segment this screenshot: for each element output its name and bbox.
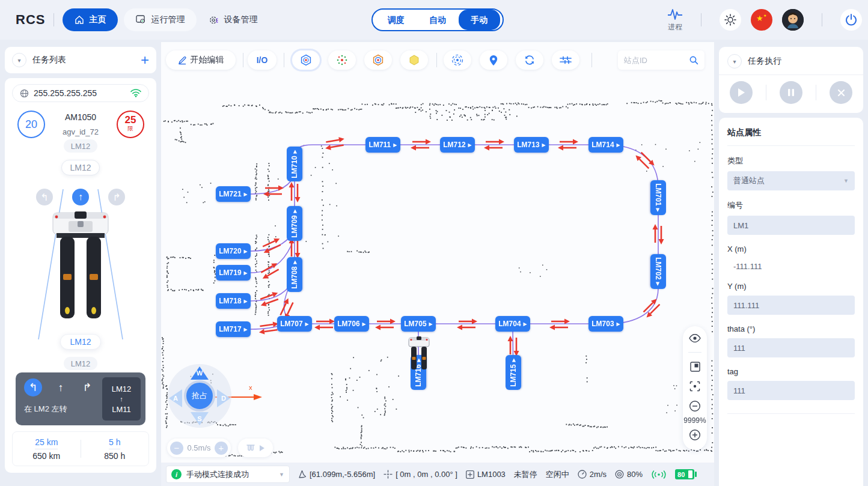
- hexagon-target-icon: [300, 54, 312, 66]
- speed-decrease-button[interactable]: −: [170, 442, 183, 455]
- station-LM713[interactable]: LM713▶: [514, 137, 549, 153]
- station-direction-icon: ▶: [656, 208, 661, 212]
- joystick-down-key[interactable]: S: [191, 412, 209, 425]
- station-LM701[interactable]: LM701▶: [650, 180, 666, 215]
- station-LM702[interactable]: LM702▶: [650, 254, 666, 289]
- station-LM717[interactable]: LM717▶: [216, 321, 251, 337]
- station-LM704[interactable]: LM704▶: [495, 316, 530, 332]
- station-LM714[interactable]: LM714▶: [588, 137, 623, 153]
- station-LM720[interactable]: LM720▶: [216, 243, 251, 259]
- waveform-icon: [667, 7, 683, 22]
- nav-home[interactable]: 主页: [63, 8, 118, 31]
- battery-value: 80: [677, 471, 685, 478]
- layer-pointcloud-button[interactable]: [328, 50, 356, 70]
- flag-icon: ★: [756, 14, 763, 23]
- speed-increase-button[interactable]: +: [215, 442, 228, 455]
- zoom-in-button[interactable]: [689, 429, 701, 441]
- nav-turn-right-icon[interactable]: ↱: [78, 378, 96, 396]
- user-avatar[interactable]: [782, 9, 804, 31]
- station-direction-icon: ▶: [244, 270, 248, 276]
- station-LM712[interactable]: LM712▶: [440, 137, 475, 153]
- fork-action-control[interactable]: [238, 439, 273, 457]
- station-LM709[interactable]: LM709▶: [287, 206, 302, 241]
- process-button[interactable]: 进程: [667, 7, 683, 32]
- search-icon[interactable]: [689, 55, 698, 65]
- language-flag-button[interactable]: ★★: [751, 9, 772, 31]
- station-LM708[interactable]: LM708▶: [287, 257, 302, 292]
- field-type-value: 普通站点: [733, 175, 765, 186]
- station-LM711[interactable]: LM711▶: [365, 137, 400, 153]
- current-station-value: LM1003: [477, 470, 506, 479]
- station-search-input[interactable]: [624, 56, 689, 65]
- seize-control-button[interactable]: 抢占: [184, 380, 215, 412]
- theme-button[interactable]: [720, 9, 741, 31]
- io-button[interactable]: I/O: [248, 50, 277, 70]
- yellow-hexagon-icon: [408, 54, 420, 66]
- status-message-select[interactable]: i 手动模式连接成功 ▼: [166, 466, 290, 483]
- joystick-right-key[interactable]: D: [217, 389, 230, 407]
- task-pause-button[interactable]: [780, 81, 802, 104]
- fork-icon: [246, 444, 255, 452]
- station-LM718[interactable]: LM718▶: [216, 293, 251, 309]
- sliders-icon: [560, 55, 572, 65]
- task-play-button[interactable]: [730, 81, 753, 104]
- layer-zones-button[interactable]: [400, 50, 428, 70]
- layer-stations-button[interactable]: [292, 50, 320, 70]
- minimap-button[interactable]: [689, 360, 701, 372]
- task-cancel-button[interactable]: [830, 81, 852, 104]
- nav-turn-left-icon[interactable]: ↰: [24, 378, 42, 396]
- nav-devices[interactable]: 设备管理: [197, 8, 269, 31]
- turn-right-icon[interactable]: ↱: [108, 189, 125, 205]
- field-tag-input[interactable]: 111: [727, 381, 855, 400]
- station-badge-4: LM12: [64, 357, 97, 370]
- field-theta-input[interactable]: 111: [727, 338, 855, 357]
- station-direction-icon: ▶: [542, 142, 546, 148]
- field-y-input[interactable]: 111.111: [727, 296, 855, 315]
- joystick-left-key[interactable]: A: [169, 389, 182, 407]
- divider: [766, 85, 766, 100]
- station-label: LM715: [509, 364, 518, 386]
- station-LM705[interactable]: LM705▶: [401, 316, 436, 332]
- joystick-up-key[interactable]: W: [191, 366, 209, 380]
- straight-icon[interactable]: ↑: [72, 189, 89, 205]
- station-LM710[interactable]: LM710▶: [287, 147, 302, 181]
- mode-dispatch[interactable]: 调度: [375, 11, 417, 29]
- station-badge-2: LM12: [61, 160, 100, 175]
- limit-value: 25: [125, 115, 136, 124]
- zoom-out-button[interactable]: [689, 400, 701, 412]
- station-LM719[interactable]: LM719▶: [216, 265, 251, 281]
- station-LM703[interactable]: LM703▶: [588, 316, 623, 332]
- divider: [243, 53, 243, 67]
- center-focus-button[interactable]: [689, 380, 701, 392]
- route-box: LM12 ↑ LM11: [102, 377, 141, 421]
- locate-robot-button[interactable]: [444, 50, 471, 70]
- field-type-select[interactable]: 普通站点 ▼: [727, 171, 855, 190]
- nav-straight-icon[interactable]: ↑: [52, 378, 70, 396]
- home-icon: [75, 15, 84, 25]
- mode-auto[interactable]: 自动: [417, 11, 458, 29]
- status-bar: i 手动模式连接成功 ▼ [61.099m,-5.656m] [ 0m , 0m…: [161, 463, 714, 486]
- station-LM721[interactable]: LM721▶: [216, 186, 251, 202]
- power-button[interactable]: [840, 9, 862, 31]
- layer-areas-button[interactable]: [364, 50, 392, 70]
- field-no-input[interactable]: LM1: [727, 216, 855, 235]
- refresh-button[interactable]: [516, 50, 543, 70]
- mode-manual[interactable]: 手动: [459, 10, 500, 30]
- vehicle-ip-row[interactable]: 255.255.255.255: [12, 84, 149, 102]
- add-task-button[interactable]: +: [141, 54, 149, 66]
- field-x-value: -111.111: [727, 258, 855, 272]
- collapse-chevron-icon[interactable]: ▾: [727, 54, 742, 68]
- filter-settings-button[interactable]: [552, 50, 579, 70]
- collapse-chevron-icon[interactable]: ▾: [12, 53, 26, 67]
- idle-state: 空闲中: [546, 469, 569, 480]
- station-label: LM703: [591, 320, 614, 328]
- station-LM706[interactable]: LM706▶: [334, 316, 369, 332]
- station-LM707[interactable]: LM707▶: [277, 316, 312, 332]
- agv-robot-marker[interactable]: [406, 336, 432, 371]
- turn-left-icon[interactable]: ↰: [36, 189, 53, 205]
- pin-button[interactable]: [480, 50, 507, 70]
- station-LM715[interactable]: LM715▶: [506, 355, 521, 390]
- visibility-button[interactable]: [689, 332, 701, 344]
- start-edit-button[interactable]: 开始编辑: [166, 50, 236, 70]
- nav-operations[interactable]: 运行管理: [124, 8, 197, 31]
